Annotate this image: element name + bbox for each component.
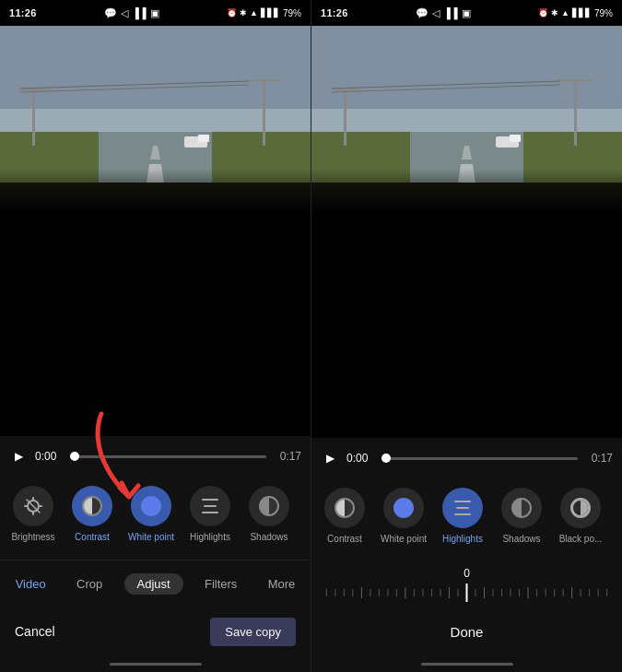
black-point-label-r: Black po... <box>559 534 603 544</box>
highlights-icon-r <box>452 498 473 518</box>
whatsapp-icon-r: 💬 <box>416 7 428 19</box>
tool-shadows-r[interactable]: Shadows <box>494 488 549 544</box>
white-point-icon <box>141 496 161 516</box>
home-bar-left <box>110 663 202 666</box>
nav-filters-left[interactable]: Filters <box>195 573 246 595</box>
status-bar-right: 11:26 💬 ◁ ▐▐ ▣ ⏰ ✱ ▲ ▋▋▋ 79% <box>311 0 622 26</box>
right-panel: 11:26 💬 ◁ ▐▐ ▣ ⏰ ✱ ▲ ▋▋▋ 79% <box>311 0 622 672</box>
done-button[interactable]: Done <box>451 624 484 640</box>
brightness-icon-wrap[interactable] <box>13 486 53 526</box>
nav-more-left[interactable]: More <box>259 573 305 595</box>
shadows-icon-wrap-r[interactable] <box>501 488 542 528</box>
timeline-right: ▶ 0:00 0:17 <box>311 438 622 478</box>
highlights-icon-wrap[interactable] <box>190 486 230 526</box>
wifi-icon: ▲ <box>250 8 258 18</box>
done-area: Done <box>311 607 622 655</box>
time-start-left: 0:00 <box>35 450 63 463</box>
time-end-left: 0:17 <box>274 450 301 463</box>
time-start-right: 0:00 <box>346 452 374 465</box>
bluetooth-icon-r: ✱ <box>551 8 558 18</box>
status-icons-left: 💬 ◁ ▐▐ ▣ <box>104 7 159 19</box>
bottom-nav-left: Video Crop Adjust Filters More <box>0 560 311 607</box>
tool-black-point-r[interactable]: Black po... <box>553 488 608 544</box>
black-point-icon-wrap-r[interactable] <box>560 488 601 528</box>
status-bar-left: 11:26 💬 ◁ ▐▐ ▣ ⏰ ✱ ▲ ▋▋▋ 79% <box>0 0 311 26</box>
video-area-right <box>311 26 622 438</box>
white-point-icon-r <box>393 498 414 518</box>
alarm-icon: ⏰ <box>227 8 237 18</box>
tools-scroll-right[interactable]: Contrast White point Highlights <box>311 478 622 544</box>
svg-rect-43 <box>311 169 622 210</box>
contrast-label: Contrast <box>75 532 110 542</box>
road-scene-left <box>0 26 311 210</box>
battery-left: 79% <box>283 8 301 18</box>
bottom-actions-left: Cancel Save copy <box>0 607 311 655</box>
tools-area-left: Brightness Contrast White point <box>0 477 311 560</box>
tool-highlights[interactable]: Highlights <box>182 486 238 542</box>
timeline-track-left[interactable] <box>70 455 266 458</box>
tool-highlights-r[interactable]: Highlights <box>435 488 490 544</box>
nav-adjust-left[interactable]: Adjust <box>124 573 183 595</box>
nav-crop-left[interactable]: Crop <box>67 573 111 595</box>
brightness-icon <box>23 496 43 516</box>
brightness-label: Brightness <box>11 532 54 542</box>
location-icon-r: ◁ <box>432 7 440 19</box>
highlights-icon-wrap-r[interactable] <box>442 488 483 528</box>
shadows-icon-r <box>511 498 532 518</box>
save-copy-button[interactable]: Save copy <box>210 618 296 646</box>
svg-rect-11 <box>244 79 281 81</box>
time-left: 11:26 <box>9 7 37 18</box>
bluetooth-icon: ✱ <box>240 8 247 18</box>
shadows-icon <box>259 496 279 516</box>
signal-icon: ▐▐ <box>132 7 147 18</box>
tool-brightness[interactable]: Brightness <box>6 486 61 542</box>
location-icon: ◁ <box>121 7 128 19</box>
home-bar-right <box>421 663 513 666</box>
slider-ticks-svg <box>321 584 613 602</box>
black-point-icon-r <box>570 498 591 518</box>
svg-rect-10 <box>263 81 265 146</box>
slider-container[interactable] <box>321 584 613 602</box>
tools-scroll-left[interactable]: Brightness Contrast White point <box>0 477 311 542</box>
svg-rect-35 <box>574 81 577 146</box>
nav-video-left[interactable]: Video <box>6 573 55 595</box>
svg-rect-36 <box>556 79 593 81</box>
slider-area: 0 <box>311 561 622 607</box>
signal-icon-r: ▐▐ <box>443 7 458 18</box>
svg-rect-15 <box>198 135 209 142</box>
left-panel: 11:26 💬 ◁ ▐▐ ▣ ⏰ ✱ ▲ ▋▋▋ 79% <box>0 0 311 672</box>
svg-rect-33 <box>344 90 346 146</box>
media-icon: ▣ <box>150 7 159 19</box>
contrast-icon-wrap[interactable] <box>72 486 112 526</box>
contrast-icon-wrap-r[interactable] <box>324 488 365 528</box>
signal-strength-icon: ▋▋▋ <box>261 8 280 18</box>
shadows-label: Shadows <box>250 532 288 542</box>
tool-shadows[interactable]: Shadows <box>241 486 297 542</box>
tool-contrast-r[interactable]: Contrast <box>317 488 372 544</box>
highlights-label-r: Highlights <box>442 534 483 544</box>
tool-white-point-r[interactable]: White point <box>376 488 431 544</box>
play-button-right[interactable]: ▶ <box>321 449 339 467</box>
white-point-label-r: White point <box>381 534 427 544</box>
white-point-label: White point <box>128 532 174 542</box>
white-point-icon-wrap-r[interactable] <box>383 488 424 528</box>
contrast-icon-r <box>334 498 355 518</box>
timeline-thumb-left[interactable] <box>70 452 79 461</box>
timeline-track-right[interactable] <box>381 457 578 460</box>
road-scene-right <box>311 26 622 210</box>
status-right-right: ⏰ ✱ ▲ ▋▋▋ 79% <box>538 8 613 18</box>
tool-white-point[interactable]: White point <box>123 486 179 542</box>
svg-rect-8 <box>32 90 35 146</box>
signal-strength-icon-r: ▋▋▋ <box>572 8 592 18</box>
timeline-thumb-right[interactable] <box>381 454 391 463</box>
timeline-left: ▶ 0:00 0:17 <box>0 436 311 477</box>
cancel-button[interactable]: Cancel <box>15 624 55 639</box>
tools-area-right: Contrast White point Highlights <box>311 478 622 561</box>
shadows-icon-wrap[interactable] <box>249 486 289 526</box>
white-point-icon-wrap[interactable] <box>131 486 171 526</box>
highlights-label: Highlights <box>190 532 230 542</box>
tool-contrast[interactable]: Contrast <box>65 486 120 542</box>
wifi-icon-r: ▲ <box>561 8 569 18</box>
play-button-left[interactable]: ▶ <box>9 447 28 466</box>
battery-right: 79% <box>594 8 613 18</box>
